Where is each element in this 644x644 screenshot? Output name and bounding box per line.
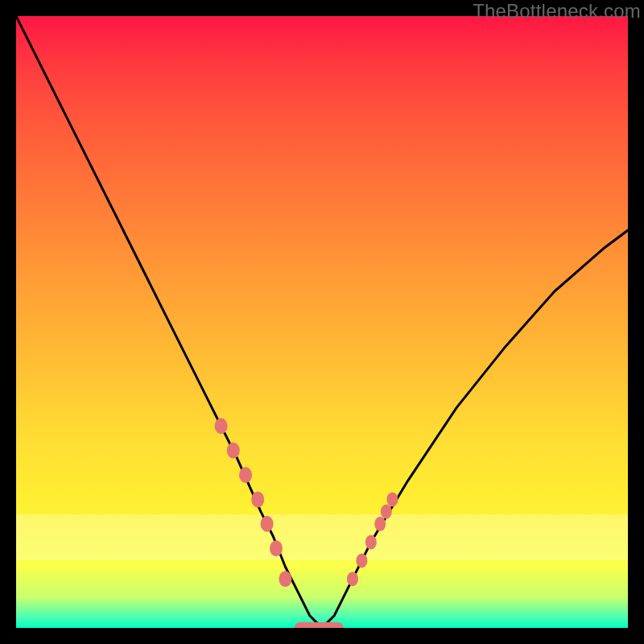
bottleneck-curve [16, 16, 628, 628]
right-cluster-point [365, 535, 377, 550]
marker-cluster-right [347, 492, 398, 586]
left-cluster-point [279, 571, 291, 587]
curve-layer [16, 16, 628, 628]
right-cluster-point [347, 572, 358, 586]
chart-frame [16, 16, 628, 628]
left-cluster-point [270, 540, 283, 556]
plot-area [16, 16, 628, 628]
right-cluster-point [374, 517, 386, 531]
left-cluster-point [261, 516, 274, 532]
left-cluster-point [251, 491, 264, 507]
watermark-text: TheBottleneck.com [473, 0, 641, 23]
valley-flat-segment [295, 622, 344, 628]
right-cluster-point [356, 553, 367, 568]
right-cluster-point [386, 492, 398, 506]
left-cluster-point [215, 418, 228, 434]
left-cluster-point [239, 467, 252, 483]
left-cluster-point [227, 443, 240, 459]
right-cluster-point [381, 505, 392, 519]
marker-cluster-left [215, 418, 292, 587]
